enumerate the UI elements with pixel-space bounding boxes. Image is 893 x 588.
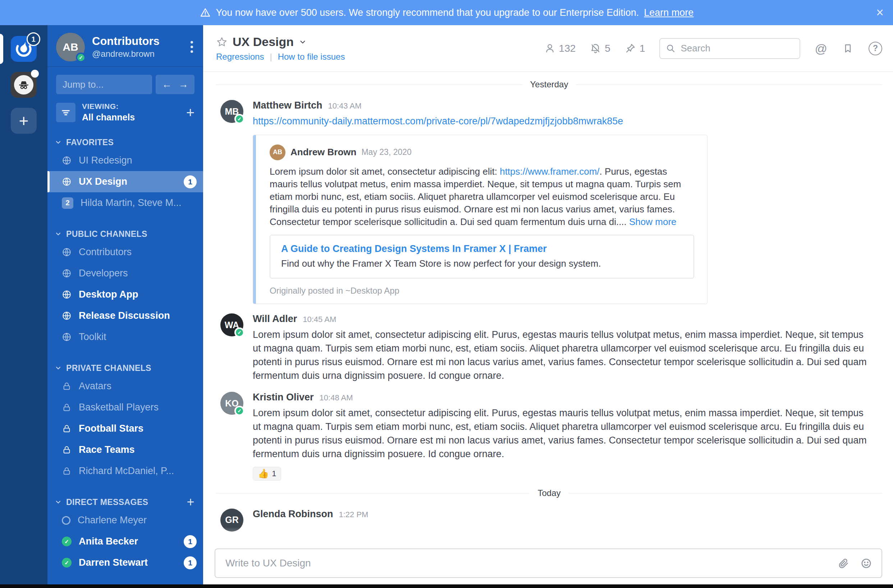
globe-icon [62, 311, 72, 321]
pinned-posts-button[interactable]: 1 [625, 43, 645, 54]
avatar[interactable]: KO ✓ [220, 392, 244, 415]
help-icon[interactable]: ? [869, 42, 882, 56]
avatar[interactable]: WA ✓ [220, 314, 244, 336]
globe-icon [62, 156, 72, 165]
channel-label: Richard McDaniel, P... [79, 465, 174, 477]
sidebar-item-developers[interactable]: Developers [47, 263, 203, 284]
attachment-icon[interactable] [837, 558, 849, 569]
avatar-initials: AB [273, 148, 282, 156]
lock-icon [62, 424, 72, 434]
section-public-channels: PUBLIC CHANNELS Contributors Developers … [47, 226, 203, 348]
avatar[interactable]: AB [270, 144, 286, 160]
muted-count: 5 [605, 43, 610, 54]
back-arrow-button[interactable]: ← [162, 80, 172, 90]
date-divider-label: Yesterday [522, 80, 576, 90]
sidebar-item-toolkit[interactable]: Toolkit [47, 326, 203, 348]
add-channel-button[interactable]: + [186, 105, 194, 120]
message-text: Lorem ipsum dolor sit amet, consectetur … [253, 406, 870, 461]
user-handle: @andrew.brown [92, 49, 159, 59]
add-dm-button[interactable]: + [187, 496, 194, 508]
composer-zone [203, 527, 893, 584]
quote-origin-footer: Originally posted in ~Desktop App [270, 286, 694, 296]
channel-header: UX Design Regressions | How to file issu… [203, 25, 893, 72]
sidebar-item-charlene-meyer[interactable]: Charlene Meyer [47, 510, 203, 531]
regressions-link[interactable]: Regressions [216, 52, 264, 62]
sidebar-menu-button[interactable] [188, 38, 196, 56]
banner-close-button[interactable]: × [876, 6, 884, 19]
message-time: 10:45 AM [303, 315, 336, 324]
favorite-star-icon[interactable] [216, 36, 227, 48]
online-badge: ✓ [235, 327, 245, 338]
message-time: 10:48 AM [320, 393, 353, 402]
globe-icon [62, 290, 72, 299]
show-more-link[interactable]: Show more [629, 216, 677, 227]
avatar[interactable]: MB ✓ [220, 100, 244, 123]
message-author[interactable]: Matthew Birtch [253, 100, 322, 111]
muted-count-button[interactable]: 5 [590, 43, 610, 54]
message-composer [215, 549, 882, 578]
banner-learn-more-link[interactable]: Learn more [644, 7, 693, 18]
saved-posts-icon[interactable] [842, 43, 854, 54]
unread-badge: 1 [184, 176, 197, 188]
channel-header-left: UX Design Regressions | How to file issu… [216, 35, 345, 62]
sidebar-item-desktop-app[interactable]: Desktop App [47, 284, 203, 305]
chevron-down-icon[interactable] [299, 38, 307, 46]
sidebar-item-basketball-players[interactable]: Basketball Players [47, 397, 203, 418]
sidebar-item-ui-redesign[interactable]: UI Redesign [47, 150, 203, 171]
date-divider-today: Today [216, 487, 882, 499]
team-mattermost-button[interactable]: 1 [11, 36, 37, 62]
channel-header-right: 132 5 1 [544, 38, 882, 59]
message-kristin-oliver: KO ✓ Kristin Oliver 10:48 AM Lorem ipsum… [203, 382, 893, 480]
emoji-icon[interactable] [860, 558, 872, 569]
quote-author[interactable]: Andrew Brown [290, 147, 356, 158]
how-to-file-issues-link[interactable]: How to file issues [278, 52, 345, 62]
quote-text: Lorem ipsum dolor sit amet, consectetur … [270, 165, 694, 228]
team-name: Contributors [92, 35, 159, 48]
main-panel: UX Design Regressions | How to file issu… [203, 25, 893, 588]
filter-icon [60, 107, 71, 118]
sidebar-item-release-discussion[interactable]: Release Discussion [47, 305, 203, 326]
user-avatar[interactable]: AB ✓ [56, 33, 85, 62]
message-input[interactable] [225, 557, 827, 569]
dm-label: Anita Becker [79, 536, 138, 547]
add-team-plus: + [19, 112, 29, 129]
message-author[interactable]: Kristin Oliver [253, 392, 314, 403]
add-team-button[interactable]: + [11, 108, 37, 134]
quote-date: May 23, 2020 [361, 147, 411, 157]
section-dms-header[interactable]: DIRECT MESSAGES + [47, 495, 203, 510]
section-public-header[interactable]: PUBLIC CHANNELS [47, 226, 203, 242]
section-favorites-header[interactable]: FAVORITES [47, 135, 203, 150]
message-author[interactable]: Glenda Robinson [253, 508, 333, 520]
sidebar-item-avatars[interactable]: Avatars [47, 376, 203, 397]
sidebar-item-race-teams[interactable]: Race Teams [47, 439, 203, 460]
mentions-icon[interactable]: @ [815, 42, 827, 55]
channel-filter-button[interactable] [56, 103, 75, 122]
channel-title[interactable]: UX Design [233, 35, 294, 49]
framer-link[interactable]: https://www.framer.com/ [500, 166, 599, 177]
chevron-down-icon [55, 139, 62, 146]
section-title: DIRECT MESSAGES [66, 497, 148, 507]
member-count-button[interactable]: 132 [544, 43, 576, 54]
thumbs-up-reaction[interactable]: 👍 1 [253, 467, 281, 480]
message-author[interactable]: Will Adler [253, 314, 297, 324]
sidebar-item-anita-becker[interactable]: ✓ Anita Becker 1 [47, 531, 203, 552]
upgrade-banner: You now have over 500 users. We strongly… [0, 0, 893, 25]
section-private-header[interactable]: PRIVATE CHANNELS [47, 360, 203, 376]
channel-label: UI Redesign [79, 155, 132, 166]
jump-to-input[interactable] [56, 75, 152, 94]
sidebar-item-hilda-martin-group[interactable]: 2 Hilda Martin, Steve M... [47, 192, 203, 213]
chevron-down-icon [55, 498, 62, 506]
sidebar-item-ux-design[interactable]: UX Design 1 [47, 171, 203, 192]
channel-label: Desktop App [79, 289, 138, 300]
link-preview-title[interactable]: A Guide to Creating Design Systems In Fr… [281, 243, 547, 255]
team-incognito-button[interactable] [11, 72, 37, 98]
forward-arrow-button[interactable]: → [178, 80, 188, 90]
sidebar-item-richard-mcdaniel[interactable]: Richard McDaniel, P... [47, 460, 203, 482]
permalink-link[interactable]: https://community-daily.mattermost.com/p… [253, 116, 623, 126]
sidebar-title: Contributors @andrew.brown [92, 35, 159, 59]
sidebar-item-darren-stewart[interactable]: ✓ Darren Stewart 1 [47, 552, 203, 573]
search-input[interactable] [680, 42, 794, 54]
sidebar-item-football-stars[interactable]: Football Stars [47, 418, 203, 439]
sidebar-item-contributors[interactable]: Contributors [47, 242, 203, 263]
globe-icon [62, 247, 72, 257]
